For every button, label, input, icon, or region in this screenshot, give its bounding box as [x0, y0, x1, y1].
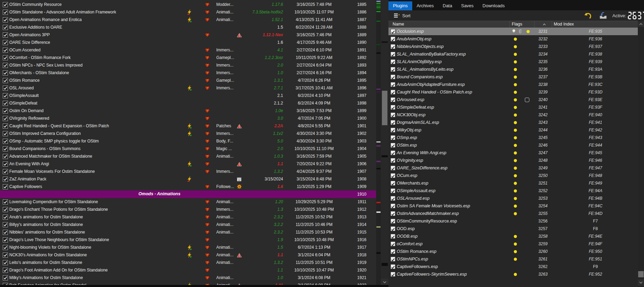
mod-row[interactable]: An Evening With Angi+?!1.17/20/2024 9:22… [0, 160, 376, 168]
mod-checkbox[interactable] [3, 25, 8, 30]
plugin-row[interactable]: NibblesAnimObjects.esp3233FE:937 [388, 43, 638, 50]
plugin-checkbox[interactable] [391, 150, 395, 155]
mod-row[interactable]: OComfort - OStim Romance Fork?Gamepl...1… [0, 54, 376, 61]
plugin-row[interactable]: OSimpleDefeat.esp3241FE:93F [388, 103, 638, 111]
mod-row[interactable]: Milky's Animations for Ostim Standalone?… [0, 274, 376, 281]
mod-checkbox[interactable] [3, 154, 8, 159]
mod-row[interactable]: OStim NPCs - NPC Sex Lives Improved?Imme… [0, 61, 376, 69]
mod-checkbox[interactable] [3, 2, 8, 7]
plugin-row[interactable]: OCum.esp3250FE:948 [388, 172, 638, 179]
scroll-up-button[interactable] [638, 21, 644, 27]
plugin-checkbox[interactable] [391, 204, 395, 208]
plugin-checkbox[interactable] [391, 135, 395, 140]
mod-row[interactable]: OStim Community Resource?Modder...1.17.6… [0, 1, 376, 8]
plugin-row[interactable]: OStimNPCs.esp3261FE:951 [388, 255, 638, 263]
mod-checkbox[interactable] [3, 260, 8, 265]
plugin-checkbox[interactable] [391, 158, 395, 163]
plugin-row[interactable]: Ostim SA Female Moan Voicesets.esp3254FE… [388, 202, 638, 210]
mod-row[interactable]: OARE Size Difference1.64/17/2025 9:46 AM… [0, 39, 376, 46]
plugin-checkbox[interactable] [391, 29, 395, 34]
plugin-row[interactable]: OARE_SizeDifference.esp3249FE:947 [388, 164, 638, 172]
plugin-checkbox[interactable] [391, 219, 395, 224]
plugin-checkbox[interactable] [391, 97, 395, 102]
mod-row[interactable]: Ostim On Demand?1.0e3/16/2025 7:53 PM189… [0, 107, 376, 115]
plugin-row[interactable]: SLAL_AnimationByBakaFactory.esp3234FE:93… [388, 50, 638, 58]
mod-row[interactable]: Captive Followers?Followe...1.611/3/2025… [0, 183, 376, 190]
mod-row[interactable]: OStim Standalone - Advanced Adult Animat… [0, 8, 376, 16]
plugin-checkbox[interactable] [391, 211, 395, 216]
mod-checkbox[interactable] [3, 268, 8, 273]
plugin-row[interactable]: CaptiveFollowers.esp3262F9 [388, 263, 638, 270]
mod-checkbox[interactable] [3, 63, 8, 68]
plugin-checkbox[interactable] [391, 272, 395, 277]
right-scrollbar[interactable] [638, 21, 644, 287]
plugin-checkbox[interactable] [391, 188, 395, 193]
mod-checkbox[interactable] [3, 146, 8, 151]
plugin-checkbox[interactable] [391, 44, 395, 49]
plugin-checkbox[interactable] [391, 249, 395, 254]
plugin-row[interactable]: OODB.esp3258FE:94E [388, 232, 638, 240]
mod-row[interactable]: Open Animations Romance and Erotica+?Ani… [0, 16, 376, 23]
mod-row[interactable]: OCum Ascended?Immers...4.12/27/2024 6:10… [0, 46, 376, 54]
mod-checkbox[interactable] [3, 131, 8, 136]
plugin-checkbox[interactable] [391, 226, 395, 231]
plugin-row[interactable]: OSimpleAssault.esp3252FE:94A [388, 187, 638, 195]
plugin-row[interactable]: An Evening With Angi.esp3247FE:945 [388, 149, 638, 157]
plugin-row[interactable]: OAroused.esp3240FE:93E [388, 96, 638, 103]
mod-checkbox[interactable] [3, 123, 8, 129]
mod-checkbox[interactable] [3, 253, 8, 258]
mod-checkbox[interactable] [3, 86, 8, 91]
plugin-checkbox[interactable] [391, 234, 395, 239]
plugin-row[interactable]: OOD.esp3257F8 [388, 225, 638, 232]
mod-checkbox[interactable] [3, 48, 8, 53]
mod-row[interactable]: OSimpleAssault2.16/2/2024 4:10 PM1897 [0, 92, 376, 99]
plugin-row[interactable]: OstimAdvancedMatchmaker.esp3255FE:94D [388, 210, 638, 217]
mod-checkbox[interactable] [3, 78, 8, 83]
plugin-checkbox[interactable] [391, 105, 395, 110]
plugin-row[interactable]: Bound Companions.esp3237FE:93B [388, 73, 638, 81]
mod-checkbox[interactable] [3, 40, 8, 45]
mod-row[interactable]: Drago's Foot Animation Add On for OStim … [0, 266, 376, 274]
mod-checkbox[interactable] [3, 207, 8, 212]
mod-row[interactable]: OStim Improved Camera Configuration+?Imm… [0, 130, 376, 137]
plugin-row[interactable]: NCK30Obj.esp3242FE:940 [388, 111, 638, 119]
plugin-row[interactable]: CaptiveFollowers-SkyrimSewers.esp3263FE:… [388, 270, 638, 278]
mod-checkbox[interactable] [3, 32, 8, 38]
mod-row[interactable]: Exclusive Additions to OARE1.56/22/2024 … [0, 23, 376, 31]
mod-row[interactable]: Billyy's animations for Ostim Standalone… [0, 221, 376, 228]
plugin-row[interactable]: Caught Red Handed - OStim Patch.esp3239F… [388, 88, 638, 96]
mod-row[interactable]: Night-blooming Violets for OStim Standal… [0, 244, 376, 251]
scrollbar-thumb[interactable] [638, 271, 644, 277]
mod-row[interactable]: Drago's Enchant Those Potions for OStim … [0, 206, 376, 213]
mod-row[interactable]: OSimpleDefeat2.1.26/2/2024 4:09 PM1898 [0, 99, 376, 107]
plugin-row[interactable]: OSmp.esp3245FE:943 [388, 134, 638, 141]
mod-row[interactable]: Bound Companions - OStim Summons?Magic .… [0, 145, 376, 152]
plugin-row[interactable]: OStim Romance.esp3260FE:950 [388, 248, 638, 255]
plugin-row[interactable]: OStimCommunityResource.esp3256F7 [388, 217, 638, 225]
mod-checkbox[interactable] [3, 93, 8, 98]
plugin-checkbox[interactable] [391, 196, 395, 201]
mod-checkbox[interactable] [3, 215, 8, 220]
plugin-row[interactable]: OSLAroused.esp3253FE:94B [388, 195, 638, 202]
mod-checkbox[interactable] [3, 70, 8, 76]
scrollbar-thumb[interactable] [382, 91, 387, 125]
mod-checkbox[interactable] [3, 17, 8, 22]
plugin-checkbox[interactable] [391, 90, 395, 95]
mod-row[interactable]: Leito's animations for Ostim Standalone?… [0, 259, 376, 266]
plugin-checkbox[interactable] [391, 37, 395, 41]
plugin-checkbox[interactable] [391, 67, 395, 72]
mod-row[interactable]: OStim Romance?Gamepl...1.3.14/7/2024 6:2… [0, 77, 376, 84]
plugin-checkbox[interactable] [391, 181, 395, 186]
plugin-row[interactable]: oComfort.esp3259FE:94F [388, 240, 638, 248]
plugin-row[interactable]: Occlusion.esp3231FE:935 [388, 28, 638, 35]
mod-checkbox[interactable] [3, 230, 8, 235]
plugin-checkbox[interactable] [391, 257, 395, 261]
mod-row[interactable]: ZaZ Animation Pack123/15/20243/15/2024 8… [0, 175, 376, 183]
mod-row[interactable]: Advanced Matchmaker for OStim Standalone… [0, 152, 376, 160]
mod-row[interactable]: Caught Red Handed - Quest Expansion - OS… [0, 122, 376, 130]
mod-checkbox[interactable] [3, 184, 8, 189]
mod-row[interactable]: Female Moan Voicesets For Ostim Standalo… [0, 168, 376, 175]
mod-row[interactable]: Lovemaking Compendium for OStim Standalo… [0, 198, 376, 206]
mod-checkbox[interactable] [3, 101, 8, 106]
mod-row[interactable]: OVirginity Reflowered?3.04/7/2024 7:05 P… [0, 115, 376, 122]
